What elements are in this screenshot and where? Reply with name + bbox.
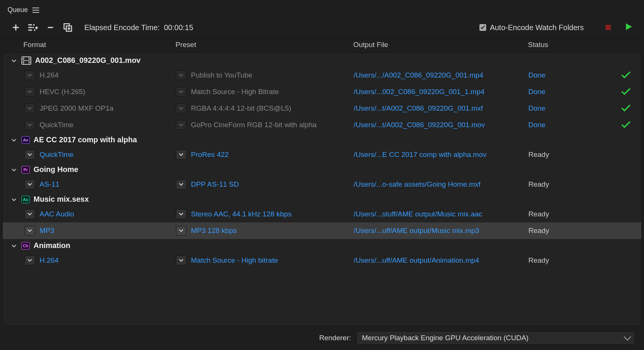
format-dropdown[interactable] bbox=[24, 87, 35, 97]
format-value[interactable]: JPEG 2000 MXF OP1a bbox=[40, 104, 113, 113]
format-value[interactable]: QuickTime bbox=[40, 151, 73, 159]
format-dropdown[interactable] bbox=[24, 256, 35, 265]
preset-dropdown[interactable] bbox=[176, 226, 186, 236]
elapsed-label: Elapsed Encode Time: bbox=[84, 23, 160, 32]
queue-job-row[interactable]: MP3MP3 128 kbps/Users/...uff/AME output/… bbox=[3, 222, 641, 239]
start-queue-button[interactable] bbox=[625, 23, 633, 33]
queue-job-row[interactable]: JPEG 2000 MXF OP1aRGBA 4:4:4:4 12-bit (B… bbox=[3, 100, 641, 117]
preset-dropdown[interactable] bbox=[176, 120, 186, 130]
format-dropdown[interactable] bbox=[24, 103, 35, 113]
status-value: Ready bbox=[528, 180, 566, 189]
format-value[interactable]: AS-11 bbox=[40, 180, 60, 189]
queue-panel: Queue Elapsed Encode Time: 00:00:15 Auto… bbox=[0, 0, 644, 350]
preset-dropdown[interactable] bbox=[176, 103, 186, 113]
queue-group-row[interactable]: AeAE CC 2017 comp with alpha bbox=[3, 133, 641, 146]
add-source-button[interactable] bbox=[11, 22, 21, 33]
output-file-link[interactable]: /Users/...t/A002_C086_09220G_001.mxf bbox=[354, 104, 528, 113]
renderer-value: Mercury Playback Engine GPU Acceleration… bbox=[362, 334, 528, 342]
format-value[interactable]: AAC Audio bbox=[40, 210, 74, 218]
format-value[interactable]: MP3 bbox=[40, 227, 54, 235]
disclosure-icon[interactable] bbox=[10, 195, 18, 204]
preset-value[interactable]: ProRes 422 bbox=[191, 151, 229, 159]
col-format[interactable]: Format bbox=[23, 41, 175, 49]
format-dropdown[interactable] bbox=[24, 209, 35, 219]
preset-dropdown[interactable] bbox=[176, 87, 186, 97]
output-file-link[interactable]: /Users/...uff/AME output/Music mix.mp3 bbox=[354, 227, 528, 235]
stop-queue-button[interactable] bbox=[606, 25, 611, 30]
format-dropdown[interactable] bbox=[24, 70, 35, 80]
group-name: Going Home bbox=[34, 165, 78, 174]
auto-encode-label: Auto-Encode Watch Folders bbox=[490, 23, 584, 32]
output-file-link[interactable]: /Users/...stuff/AME output/Music mix.aac bbox=[354, 210, 528, 218]
app-badge-icon: Ae bbox=[21, 136, 30, 144]
format-dropdown[interactable] bbox=[24, 150, 35, 160]
output-file-link[interactable]: /Users/...uff/AME output/Animation.mp4 bbox=[354, 256, 528, 265]
remove-button[interactable] bbox=[45, 22, 56, 33]
preset-value[interactable]: Stereo AAC, 44.1 kHz 128 kbps bbox=[191, 210, 291, 218]
auto-encode-checkbox[interactable]: Auto-Encode Watch Folders bbox=[479, 23, 584, 32]
disclosure-icon[interactable] bbox=[10, 135, 18, 144]
format-dropdown[interactable] bbox=[24, 180, 35, 189]
svg-point-1 bbox=[32, 27, 34, 28]
preset-value[interactable]: Publish to YouTube bbox=[191, 71, 252, 79]
col-preset[interactable]: Preset bbox=[175, 41, 353, 49]
output-file-link[interactable]: /Users/...002_C086_09220G_001_1.mp4 bbox=[354, 88, 528, 96]
preset-value[interactable]: Match Source - High bitrate bbox=[191, 256, 278, 265]
disclosure-icon[interactable] bbox=[10, 56, 18, 65]
output-file-link[interactable]: /Users/...t/A002_C086_09220G_001.mov bbox=[354, 121, 528, 129]
panel-menu-icon[interactable] bbox=[32, 8, 39, 13]
queue-group-row[interactable]: PrGoing Home bbox=[3, 163, 641, 176]
preset-value[interactable]: Match Source - High Bitrate bbox=[191, 88, 279, 96]
queue-job-row[interactable]: HEVC (H.265)Match Source - High Bitrate/… bbox=[3, 84, 641, 100]
preset-value[interactable]: GoPro CineForm RGB 12-bit with alpha bbox=[191, 121, 317, 129]
col-output[interactable]: Output File bbox=[353, 41, 528, 49]
preset-dropdown[interactable] bbox=[176, 70, 186, 80]
output-file-link[interactable]: /Users/...o-safe assets/Going Home.mxf bbox=[354, 180, 528, 189]
preset-dropdown[interactable] bbox=[176, 150, 186, 160]
preset-value[interactable]: DPP AS-11 SD bbox=[191, 180, 239, 189]
queue-group-row[interactable]: A002_C086_09220G_001.mov bbox=[3, 54, 641, 67]
format-value[interactable]: H.264 bbox=[40, 71, 59, 79]
output-file-link[interactable]: /Users/.../A002_C086_09220G_001.mp4 bbox=[354, 71, 528, 79]
group-name: A002_C086_09220G_001.mov bbox=[35, 56, 140, 65]
preset-dropdown[interactable] bbox=[176, 180, 186, 189]
group-name: AE CC 2017 comp with alpha bbox=[34, 135, 137, 144]
col-status[interactable]: Status bbox=[528, 41, 642, 49]
column-headers: Format Preset Output File Status bbox=[2, 38, 642, 53]
format-value[interactable]: HEVC (H.265) bbox=[40, 88, 85, 96]
format-dropdown[interactable] bbox=[24, 120, 35, 130]
disclosure-icon[interactable] bbox=[10, 241, 18, 250]
format-dropdown[interactable] bbox=[24, 226, 35, 236]
panel-title: Queue bbox=[8, 6, 28, 14]
app-badge-icon: Pr bbox=[21, 166, 30, 173]
panel-header: Queue bbox=[2, 2, 642, 19]
status-check-icon bbox=[566, 121, 638, 129]
queue-job-row[interactable]: QuickTimeProRes 422/Users/...E CC 2017 c… bbox=[3, 146, 641, 163]
preset-dropdown[interactable] bbox=[176, 209, 186, 219]
film-icon bbox=[21, 56, 31, 65]
queue-job-row[interactable]: AS-11DPP AS-11 SD/Users/...o-safe assets… bbox=[3, 176, 641, 193]
queue-group-row[interactable]: AuMusic mix.sesx bbox=[3, 193, 641, 206]
queue-list[interactable]: A002_C086_09220G_001.movH.264Publish to … bbox=[2, 53, 642, 326]
queue-group-row[interactable]: ChAnimation bbox=[3, 239, 641, 252]
renderer-dropdown[interactable]: Mercury Playback Engine GPU Acceleration… bbox=[356, 331, 635, 345]
duplicate-button[interactable] bbox=[63, 22, 73, 33]
app-badge-icon: Au bbox=[21, 196, 30, 203]
disclosure-icon[interactable] bbox=[10, 165, 18, 174]
queue-job-row[interactable]: H.264Publish to YouTube/Users/.../A002_C… bbox=[3, 67, 641, 84]
status-value: Ready bbox=[528, 256, 566, 265]
format-value[interactable]: H.264 bbox=[40, 256, 59, 265]
queue-job-row[interactable]: H.264Match Source - High bitrate/Users/.… bbox=[3, 252, 641, 269]
queue-job-row[interactable]: AAC AudioStereo AAC, 44.1 kHz 128 kbps/U… bbox=[3, 206, 641, 222]
status-value: Done bbox=[528, 71, 566, 79]
add-output-button[interactable] bbox=[28, 22, 38, 33]
output-file-link[interactable]: /Users/...E CC 2017 comp with alpha.mov bbox=[354, 151, 528, 159]
queue-job-row[interactable]: QuickTimeGoPro CineForm RGB 12-bit with … bbox=[3, 117, 641, 133]
status-value: Ready bbox=[528, 227, 566, 235]
preset-value[interactable]: MP3 128 kbps bbox=[191, 227, 237, 235]
group-name: Animation bbox=[34, 241, 70, 250]
preset-value[interactable]: RGBA 4:4:4:4 12-bit (BCS@L5) bbox=[191, 104, 291, 113]
format-value[interactable]: QuickTime bbox=[40, 121, 73, 129]
preset-dropdown[interactable] bbox=[176, 256, 186, 265]
status-check-icon bbox=[566, 72, 638, 79]
